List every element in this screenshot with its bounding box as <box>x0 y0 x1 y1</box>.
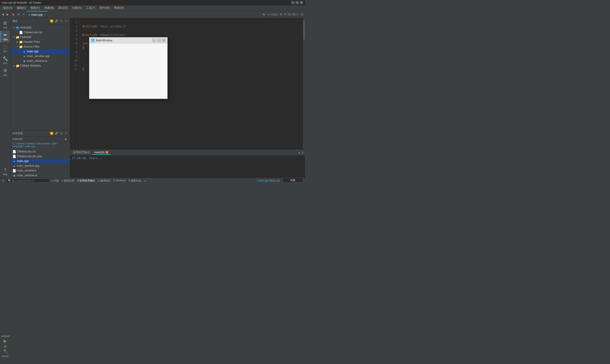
dialog-title-label: MainWindow <box>96 39 112 42</box>
dialog-close-btn[interactable]: ✕ <box>162 39 165 42</box>
bottom-panel: 应用程序输出 HelloQt6 ✕ ▲ ⊡ 17:58:28: Start... <box>70 149 305 178</box>
sidebar-item-welcome[interactable]: ⊞ 欢迎 <box>0 19 10 30</box>
code-editor[interactable]: 1 2 3 4 5 6 7 8 9 10 11 12 #include "mai… <box>70 18 305 149</box>
help-icon: ? <box>4 168 6 173</box>
status-tab-issues[interactable]: 1 问题 <box>52 179 59 182</box>
window-title: main.cpp @ HelloQt6 - Qt Creator <box>2 1 41 4</box>
project-link-btn[interactable]: 🔗 <box>54 19 58 23</box>
dialog-maximize-btn[interactable]: □ <box>157 39 161 42</box>
nav-forward-button[interactable]: ▶ <box>6 12 10 16</box>
csdn-link[interactable]: CSDN @IoT热忱小馆 <box>257 179 280 182</box>
filesystem-title: 文件系统 <box>12 131 23 135</box>
fs-mainwindowui-label: main_window.ui <box>17 174 37 177</box>
menu-debug[interactable]: 调试(D) <box>56 5 70 11</box>
tree-helloqt6[interactable]: ▼ 📁 HelloQt6 <box>11 35 70 39</box>
breadcrumb-maincpp[interactable]: main.cpp <box>25 145 36 148</box>
dialog-minimize-btn[interactable]: ─ <box>152 39 156 42</box>
status-tab-summary[interactable]: 9 概要信息 <box>128 179 141 182</box>
menu-controls[interactable]: 控件(W) <box>98 5 112 11</box>
split-button[interactable]: ⊟ <box>17 12 21 16</box>
close-button[interactable]: ✕ <box>300 1 303 4</box>
status-tab-search[interactable]: 2 搜索结果 <box>62 179 74 182</box>
source-files-arrow: ▼ <box>16 45 19 48</box>
fs-close-btn[interactable]: ✕ <box>64 131 68 135</box>
editor-area: 1 2 3 4 5 6 7 8 9 10 11 12 #include "mai… <box>70 18 305 178</box>
expand-button[interactable]: ⊞ <box>262 12 266 16</box>
tab-close-icon[interactable]: ✕ <box>44 13 45 16</box>
bottom-tab-helloqt6[interactable]: HelloQt6 ✕ <box>92 150 110 155</box>
sidebar-item-design[interactable]: ⬚ 设计 <box>0 43 10 54</box>
fs-cmakelists[interactable]: 📄 CMakeLists.txt <box>11 149 70 154</box>
menu-edit[interactable]: 编辑(E) <box>15 5 28 11</box>
breadcrumb-users[interactable]: Users <box>17 142 24 145</box>
fs-mainwindowcpp[interactable]: ● main_window.cpp <box>11 163 70 168</box>
menu-analyze[interactable]: 分析(A) <box>70 5 83 11</box>
line-numbers: 1 2 3 4 5 6 7 8 9 10 11 12 <box>70 18 80 149</box>
tree-header-files[interactable]: ▶ 📁 Header Files <box>11 39 70 44</box>
build-btn-label[interactable]: 构建 <box>290 178 296 182</box>
tree-source-files[interactable]: ▼ 📁 Source Files <box>11 44 70 49</box>
bottom-expand-btn[interactable]: ▲ <box>298 151 301 154</box>
edit-icon: ✏ <box>4 32 7 38</box>
maximize-button[interactable]: □ <box>296 1 299 4</box>
breadcrumb-helloqt6[interactable]: HelloQt6 <box>12 145 23 148</box>
main-layout: ⊞ 欢迎 ✏ 编辑 ⬚ 设计 🔧 调试 ⚙ 项目 ? 帮助 项目 <box>0 18 305 178</box>
fs-expand-btn[interactable]: ⊞ <box>59 131 63 135</box>
fs-mainwindowh[interactable]: 📄 main_window.h <box>11 168 70 173</box>
bottom-tab-close-icon[interactable]: ✕ <box>106 151 108 154</box>
menu-help[interactable]: 帮助(H) <box>112 5 126 11</box>
sidebar-item-edit[interactable]: ✏ 编辑 <box>0 31 10 42</box>
fs-navigate-btn[interactable]: ▶ <box>64 137 68 141</box>
sidebar-item-help[interactable]: ? 帮助 <box>0 166 10 178</box>
editor-tab-main-cpp[interactable]: ● main.cpp ✕ <box>27 11 48 18</box>
filesystem-title-area: 文件系统 <box>12 131 23 135</box>
search-bar[interactable]: 🔍 <box>6 179 50 182</box>
bottom-tab-2[interactable] <box>111 152 115 153</box>
header-files-folder-icon: 📁 <box>19 40 23 44</box>
status-tab-compile[interactable]: 4 编译输出 <box>98 179 111 182</box>
fs-link-btn[interactable]: 🔗 <box>54 131 58 135</box>
fs-maincpp[interactable]: ● main.cpp <box>11 159 70 163</box>
bottom-output: 17:58:28: Start... <box>70 156 305 178</box>
project-close-btn[interactable]: ✕ <box>64 19 68 23</box>
mainwindow-dialog: Q MainWindow ─ □ ✕ <box>89 37 168 99</box>
project-expand-btn[interactable]: ⊞ <box>59 19 63 23</box>
fs-mainwindowui[interactable]: ◆ main_window.ui <box>11 173 70 178</box>
breadcrumb-documents[interactable]: Documents <box>37 142 50 145</box>
breadcrumb-qt6[interactable]: Qt6 <box>52 142 56 145</box>
sidebar-item-debug[interactable]: 🔧 调试 <box>0 55 10 66</box>
minimize-button[interactable]: ─ <box>291 1 295 4</box>
close-editor-button[interactable]: ✕ <box>22 12 26 16</box>
status-tab-terminal[interactable]: 5 Terminal <box>114 179 126 182</box>
menu-view[interactable]: 视图(V) <box>28 5 42 11</box>
tree-root[interactable]: ▼ 🔷 HelloQt6 <box>11 25 70 30</box>
breadcrumb-hywing[interactable]: hywing <box>26 142 34 145</box>
project-filter-btn[interactable]: 🔽 <box>50 19 54 23</box>
fs-filter-btn[interactable]: 🔽 <box>50 131 54 135</box>
breadcrumb-c[interactable]: C: <box>12 142 15 145</box>
tree-cmake-modules[interactable]: ▶ 📁 CMake Modules <box>11 63 70 68</box>
tree-main-cpp[interactable]: ● main.cpp <box>11 49 70 54</box>
more-button[interactable]: ⊡ <box>300 12 304 16</box>
status-tab-output[interactable]: 3 应用程序输出 <box>77 179 95 182</box>
scrollbar-thumb[interactable] <box>303 20 305 39</box>
more-tabs-btn[interactable]: ▲ <box>144 179 147 182</box>
sidebar-toggle-btn[interactable]: ☰ <box>2 179 4 182</box>
welcome-icon: ⊞ <box>3 20 7 26</box>
tree-main-window-ui[interactable]: ◆ main_window.ui <box>11 59 70 63</box>
menu-project[interactable]: 项目(A) <box>1 5 14 11</box>
tree-cmakelists[interactable]: 📄 CMakeLists.txt <box>11 30 70 35</box>
bookmark-button[interactable]: 🔖 <box>11 12 16 16</box>
search-input[interactable] <box>12 179 48 182</box>
fs-cmakelistsuser[interactable]: 📄 CMakeLists.txt.user <box>11 154 70 159</box>
status-tabs: 1 问题 2 搜索结果 3 应用程序输出 4 编译输出 5 Terminal 9… <box>52 179 146 182</box>
menu-build[interactable]: 构建(B) <box>42 5 56 11</box>
hash-symbol: # <box>268 13 269 16</box>
bottom-close-panel-btn[interactable]: ⊡ <box>302 151 304 154</box>
sidebar-item-projects[interactable]: ⚙ 项目 <box>0 67 10 78</box>
crlf-label: CRLF <box>271 13 278 16</box>
editor-scrollbar[interactable] <box>303 18 305 149</box>
nav-back-button[interactable]: ◀ <box>1 12 5 16</box>
tree-main-window-cpp[interactable]: ● main_window.cpp <box>11 54 70 59</box>
menu-tools[interactable]: 工具(T) <box>84 5 97 11</box>
